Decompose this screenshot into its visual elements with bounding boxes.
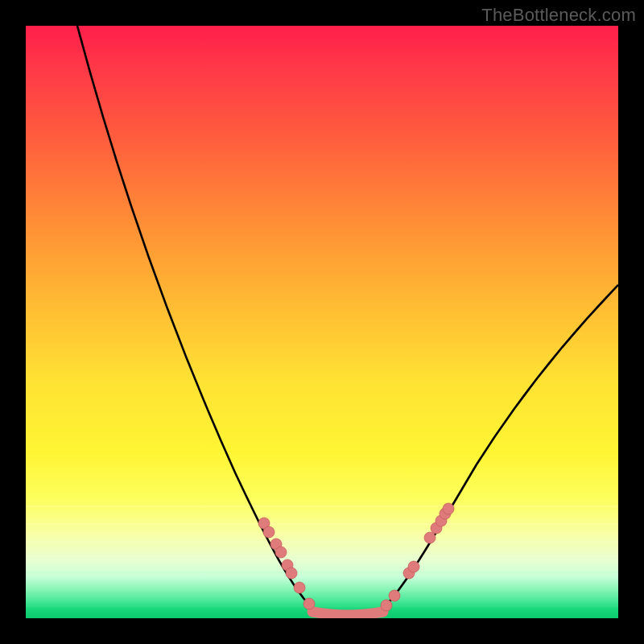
svg-point-11 bbox=[408, 561, 419, 572]
svg-point-1 bbox=[263, 526, 275, 538]
svg-point-7 bbox=[303, 598, 315, 609]
chart-stage: TheBottleneck.com bbox=[0, 0, 644, 644]
svg-point-9 bbox=[389, 590, 400, 601]
svg-point-16 bbox=[443, 503, 454, 514]
dots-right bbox=[381, 503, 454, 611]
watermark-text: TheBottleneck.com bbox=[481, 5, 636, 26]
svg-point-6 bbox=[294, 582, 305, 593]
svg-point-3 bbox=[275, 547, 287, 558]
svg-point-8 bbox=[381, 600, 392, 611]
dots-left bbox=[258, 518, 315, 609]
plot-area bbox=[26, 26, 618, 618]
valley-floor-marker bbox=[312, 612, 383, 615]
svg-point-5 bbox=[286, 568, 297, 579]
curve-svg bbox=[26, 26, 618, 618]
svg-point-12 bbox=[424, 532, 436, 543]
bottleneck-curve bbox=[77, 26, 618, 617]
